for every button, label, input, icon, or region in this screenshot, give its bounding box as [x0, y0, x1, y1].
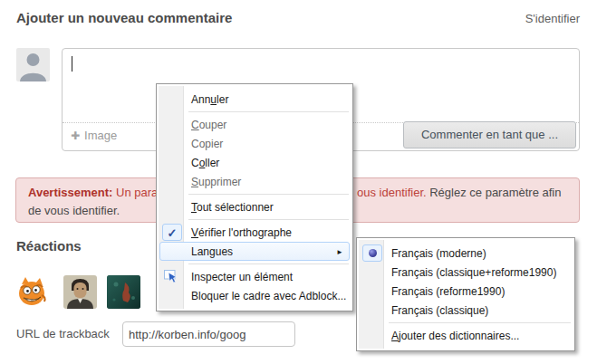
man-portrait-image	[63, 275, 97, 309]
menu-item-verifier-orthographe[interactable]: ✓Vérifier l'orthographe	[159, 223, 350, 242]
inspect-element-icon	[164, 270, 180, 285]
menu-item-label: Annuler	[191, 93, 228, 106]
menu-item-label: Français (moderne)	[391, 247, 486, 260]
trackback-url-input[interactable]	[122, 321, 295, 347]
menu-item-annuler[interactable]: Annuler	[159, 90, 350, 109]
dark-artwork-image	[107, 275, 140, 309]
reaction-avatar-artwork[interactable]	[107, 275, 140, 309]
reactions-title: Réactions	[16, 238, 82, 254]
comment-section-page: Ajouter un nouveau commentaire S'identif…	[0, 0, 597, 364]
add-image-button[interactable]: ✚Image	[71, 129, 117, 142]
sign-in-link[interactable]: S'identifier	[525, 12, 580, 25]
menu-item-couper: Couper	[159, 115, 350, 134]
menu-separator	[389, 322, 571, 323]
menu-item-coller[interactable]: Coller	[159, 153, 350, 172]
reaction-avatar-portrait[interactable]	[63, 275, 97, 309]
checkmark-icon: ✓	[162, 224, 182, 241]
menu-item-label: Français (reforme1990)	[391, 285, 505, 298]
menu-item-supprimer: Supprimer	[159, 172, 350, 191]
menu-item-ajouter-dictionnaires[interactable]: Ajouter des dictionnaires...	[360, 326, 572, 345]
menu-item-langues[interactable]: Langues►	[159, 242, 350, 261]
menu-item-francais-classique[interactable]: Français (classique)	[360, 301, 572, 320]
menu-item-label: Inspecter un élément	[191, 271, 293, 283]
page-title: Ajouter un nouveau commentaire	[16, 10, 232, 25]
person-silhouette-icon	[16, 69, 50, 81]
menu-item-label: Ajouter des dictionnaires...	[391, 330, 519, 342]
menu-item-label: Couper	[191, 119, 226, 131]
menu-item-bloquer-adblock[interactable]: Bloquer le cadre avec Adblock...	[159, 286, 350, 305]
warning-label: Avertissement:	[28, 186, 112, 199]
warning-text-line2: de vous identifier.	[28, 204, 120, 217]
reaction-avatar-cat[interactable]	[16, 275, 50, 309]
language-submenu: Français (moderne)Français (classique+re…	[356, 237, 575, 351]
menu-item-label: Bloquer le cadre avec Adblock...	[191, 290, 346, 302]
menu-item-copier: Copier	[159, 134, 350, 153]
warning-text-line1-left: Avertissement: Un para	[28, 186, 158, 199]
text-caret	[72, 56, 72, 72]
menu-item-tout-selectionner[interactable]: Tout sélectionner	[159, 197, 350, 216]
context-menu: AnnulerCouperCopierCollerSupprimerTout s…	[156, 83, 353, 311]
menu-item-francais-classique-reforme1990[interactable]: Français (classique+reforme1990)	[360, 263, 572, 282]
menu-item-label: Langues	[191, 245, 233, 258]
trackback-label: URL de trackback	[16, 327, 110, 340]
menu-separator	[188, 111, 349, 112]
add-image-label: Image	[84, 129, 117, 142]
menu-item-label: Tout sélectionner	[191, 201, 274, 214]
menu-item-label: Copier	[191, 138, 223, 150]
avatar	[16, 48, 50, 81]
menu-separator	[188, 263, 349, 264]
menu-item-label: Coller	[191, 157, 219, 169]
menu-separator	[188, 194, 349, 195]
menu-item-francais-reforme1990[interactable]: Français (reforme1990)	[360, 282, 572, 301]
menu-item-label: Français (classique+reforme1990)	[391, 266, 556, 279]
menu-item-label: Français (classique)	[391, 304, 488, 317]
menu-separator	[188, 219, 349, 220]
menu-item-inspecter-element[interactable]: Inspecter un élément	[159, 267, 350, 286]
menu-item-label: Supprimer	[191, 176, 241, 188]
plus-icon: ✚	[71, 129, 80, 142]
menu-item-francais-moderne[interactable]: Français (moderne)	[360, 244, 572, 263]
comment-as-button[interactable]: Commenter en tant que ...	[403, 121, 576, 148]
submenu-arrow-icon: ►	[336, 243, 343, 262]
warning-text-line1-right: ous identifier. Réglez ce paramètre afin	[357, 186, 561, 199]
cat-cartoon-image	[16, 275, 50, 309]
menu-item-label: Vérifier l'orthographe	[191, 226, 292, 239]
radio-selected-icon	[362, 244, 382, 262]
